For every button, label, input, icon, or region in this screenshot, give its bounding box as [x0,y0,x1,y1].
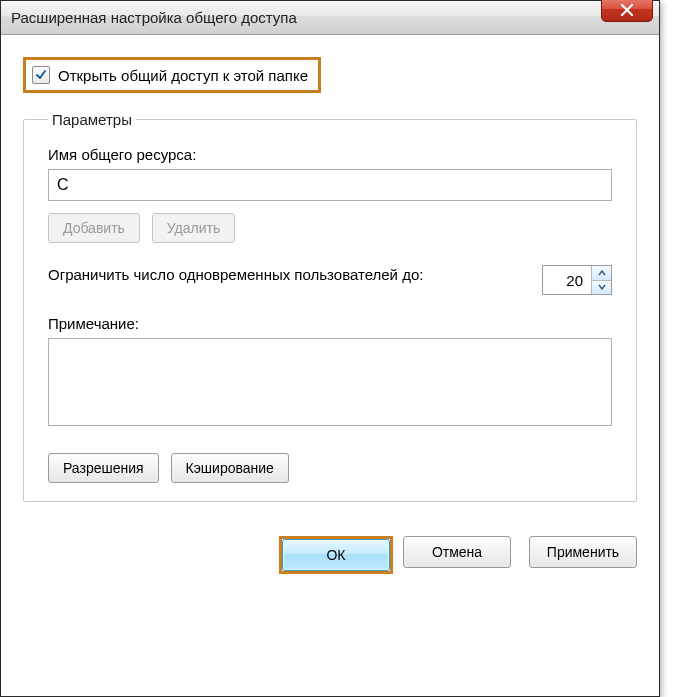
share-folder-highlight: Открыть общий доступ к этой папке [23,57,321,93]
spinner-down-button[interactable] [592,280,611,295]
dialog-footer: ОК Отмена Применить [1,518,659,574]
chevron-up-icon [598,270,606,276]
spinner-up-button[interactable] [592,266,611,280]
share-folder-label: Открыть общий доступ к этой папке [58,67,308,84]
chevron-down-icon [598,284,606,290]
note-textarea[interactable] [48,338,612,426]
apply-button[interactable]: Применить [529,536,637,568]
ok-button-highlight: ОК [279,536,393,574]
close-icon [620,4,634,16]
title-bar: Расширенная настройка общего доступа [1,1,659,35]
client-area: Открыть общий доступ к этой папке Параме… [1,35,659,518]
share-name-label: Имя общего ресурса: [48,146,612,163]
parameters-legend: Параметры [48,111,136,128]
limit-users-spinner[interactable]: 20 [542,265,612,295]
remove-button[interactable]: Удалить [152,213,235,243]
share-folder-checkbox[interactable] [32,66,50,84]
permissions-row: Разрешения Кэширование [48,453,612,483]
note-label: Примечание: [48,315,612,332]
close-button[interactable] [601,0,653,22]
permissions-button[interactable]: Разрешения [48,453,159,483]
spinner-buttons [591,266,611,294]
limit-users-value[interactable]: 20 [543,266,591,294]
limit-users-label: Ограничить число одновременных пользоват… [48,265,524,285]
add-button[interactable]: Добавить [48,213,140,243]
share-name-input[interactable] [48,169,612,201]
limit-row: Ограничить число одновременных пользоват… [48,265,612,295]
checkmark-icon [35,69,47,81]
cancel-button[interactable]: Отмена [403,536,511,568]
caching-button[interactable]: Кэширование [171,453,289,483]
ok-button[interactable]: ОК [282,539,390,571]
dialog-window: Расширенная настройка общего доступа Отк… [0,0,660,697]
parameters-group: Параметры Имя общего ресурса: Добавить У… [23,111,637,502]
window-title: Расширенная настройка общего доступа [11,9,297,26]
add-remove-row: Добавить Удалить [48,213,612,243]
